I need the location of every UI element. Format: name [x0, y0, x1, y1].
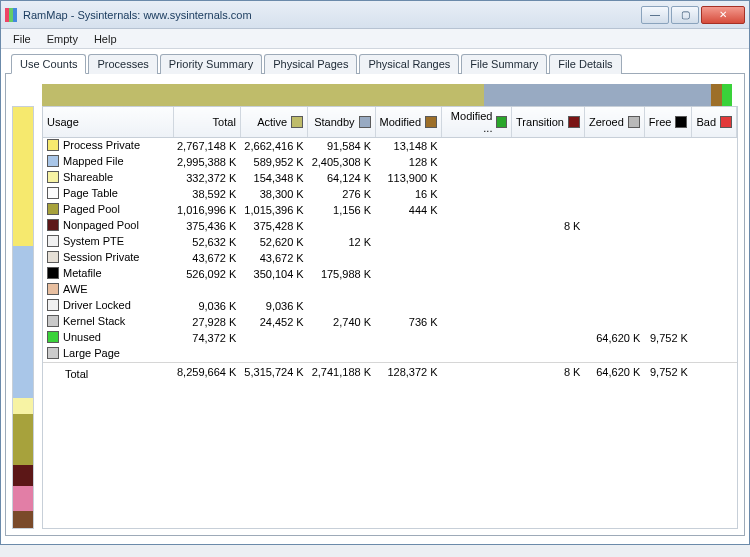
- row-swatch-icon: [47, 219, 59, 231]
- table-row[interactable]: Paged Pool1,016,996 K1,015,396 K1,156 K4…: [43, 202, 737, 218]
- table-row[interactable]: Process Private2,767,148 K2,662,416 K91,…: [43, 138, 737, 155]
- cell-zeroed: 64,620 K: [584, 363, 644, 382]
- row-label: Metafile: [63, 267, 102, 279]
- table-row[interactable]: Unused74,372 K64,620 K9,752 K: [43, 330, 737, 346]
- table-row[interactable]: Metafile526,092 K350,104 K175,988 K: [43, 266, 737, 282]
- table-row[interactable]: Session Private43,672 K43,672 K: [43, 250, 737, 266]
- menu-help[interactable]: Help: [86, 31, 125, 47]
- row-label: Kernel Stack: [63, 315, 125, 327]
- table-row[interactable]: System PTE52,632 K52,620 K12 K: [43, 234, 737, 250]
- leftbar-segment: [13, 465, 33, 486]
- cell-standby: [308, 250, 375, 266]
- table-row[interactable]: Page Table38,592 K38,300 K276 K16 K: [43, 186, 737, 202]
- cell-modified: 128,372 K: [375, 363, 442, 382]
- cell-modifiednw: [442, 186, 512, 202]
- swatch-standby: [359, 116, 371, 128]
- cell-modified: 736 K: [375, 314, 442, 330]
- cell-standby: 276 K: [308, 186, 375, 202]
- swatch-modified-nw: [496, 116, 507, 128]
- cell-free: [644, 234, 692, 250]
- cell-free: [644, 314, 692, 330]
- table-row[interactable]: Shareable332,372 K154,348 K64,124 K113,9…: [43, 170, 737, 186]
- row-swatch-icon: [47, 139, 59, 151]
- table-row[interactable]: Kernel Stack27,928 K24,452 K2,740 K736 K: [43, 314, 737, 330]
- col-bad[interactable]: Bad: [692, 107, 737, 138]
- minimize-button[interactable]: —: [641, 6, 669, 24]
- cell-modifiednw: [442, 266, 512, 282]
- col-transition[interactable]: Transition: [512, 107, 585, 138]
- tab-physical-ranges[interactable]: Physical Ranges: [359, 54, 459, 74]
- leftbar-segment: [13, 246, 33, 398]
- cell-transition: [512, 202, 585, 218]
- cell-active: 52,620 K: [240, 234, 307, 250]
- cell-zeroed: [584, 170, 644, 186]
- row-swatch-icon: [47, 283, 59, 295]
- cell-total: 526,092 K: [173, 266, 240, 282]
- cell-bad: [692, 298, 737, 314]
- topbar-segment: [711, 84, 721, 106]
- cell-modifiednw: [442, 330, 512, 346]
- cell-modified: [375, 346, 442, 363]
- table-row[interactable]: Large Page: [43, 346, 737, 363]
- cell-active: 43,672 K: [240, 250, 307, 266]
- cell-modifiednw: [442, 298, 512, 314]
- col-zeroed[interactable]: Zeroed: [584, 107, 644, 138]
- cell-standby: [308, 282, 375, 298]
- tab-file-details[interactable]: File Details: [549, 54, 621, 74]
- col-standby[interactable]: Standby: [308, 107, 375, 138]
- cell-zeroed: [584, 250, 644, 266]
- col-total[interactable]: Total: [173, 107, 240, 138]
- close-button[interactable]: ✕: [701, 6, 745, 24]
- row-swatch-icon: [47, 299, 59, 311]
- table-row[interactable]: Nonpaged Pool375,436 K375,428 K8 K: [43, 218, 737, 234]
- table-row[interactable]: AWE: [43, 282, 737, 298]
- cell-active: 2,662,416 K: [240, 138, 307, 155]
- cell-bad: [692, 250, 737, 266]
- row-swatch-icon: [47, 315, 59, 327]
- cell-transition: [512, 298, 585, 314]
- leftbar-segment: [13, 398, 33, 415]
- cell-active: 5,315,724 K: [240, 363, 307, 382]
- cell-modified: [375, 266, 442, 282]
- cell-standby: 2,741,188 K: [308, 363, 375, 382]
- titlebar[interactable]: RamMap - Sysinternals: www.sysinternals.…: [1, 1, 749, 29]
- cell-transition: [512, 234, 585, 250]
- table-row[interactable]: Driver Locked9,036 K9,036 K: [43, 298, 737, 314]
- row-label: Large Page: [63, 347, 120, 359]
- cell-modified: 13,148 K: [375, 138, 442, 155]
- row-swatch-icon: [47, 347, 59, 359]
- cell-active: 589,952 K: [240, 154, 307, 170]
- cell-total: [173, 282, 240, 298]
- menu-empty[interactable]: Empty: [39, 31, 86, 47]
- cell-free: 9,752 K: [644, 330, 692, 346]
- tab-file-summary[interactable]: File Summary: [461, 54, 547, 74]
- col-modified-nw[interactable]: Modified ...: [442, 107, 512, 138]
- leftbar-segment: [13, 486, 33, 511]
- cell-transition: [512, 170, 585, 186]
- maximize-button[interactable]: ▢: [671, 6, 699, 24]
- col-active[interactable]: Active: [240, 107, 307, 138]
- cell-free: [644, 346, 692, 363]
- data-grid[interactable]: Usage Total Active Standby Modified Modi…: [42, 106, 738, 529]
- cell-transition: [512, 330, 585, 346]
- swatch-active: [291, 116, 303, 128]
- tab-physical-pages[interactable]: Physical Pages: [264, 54, 357, 74]
- cell-free: [644, 202, 692, 218]
- row-label: System PTE: [63, 235, 124, 247]
- col-free[interactable]: Free: [644, 107, 692, 138]
- col-modified[interactable]: Modified: [375, 107, 442, 138]
- menu-file[interactable]: File: [5, 31, 39, 47]
- tab-priority-summary[interactable]: Priority Summary: [160, 54, 262, 74]
- cell-modifiednw: [442, 138, 512, 155]
- topbar-segment: [42, 84, 484, 106]
- cell-transition: 8 K: [512, 218, 585, 234]
- column-usage-bar: [42, 84, 732, 106]
- tab-use-counts[interactable]: Use Counts: [11, 54, 86, 74]
- table-row[interactable]: Mapped File2,995,388 K589,952 K2,405,308…: [43, 154, 737, 170]
- tab-processes[interactable]: Processes: [88, 54, 157, 74]
- cell-zeroed: [584, 202, 644, 218]
- cell-transition: [512, 314, 585, 330]
- cell-modified: [375, 234, 442, 250]
- table-row-total[interactable]: Total8,259,664 K5,315,724 K2,741,188 K12…: [43, 363, 737, 382]
- col-usage[interactable]: Usage: [43, 107, 173, 138]
